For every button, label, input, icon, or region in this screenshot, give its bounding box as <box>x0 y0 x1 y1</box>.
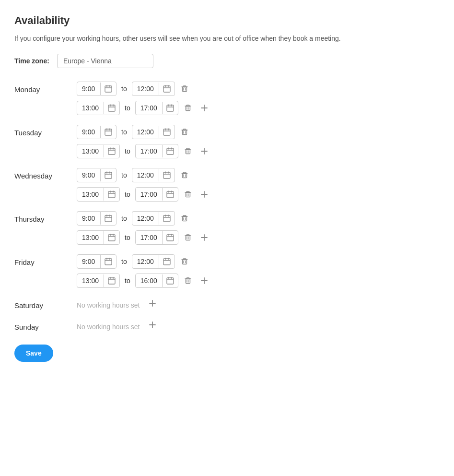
time-to-value: 12:00 <box>132 212 159 225</box>
svg-rect-48 <box>105 172 112 178</box>
time-to-group: 12:00 <box>132 254 175 269</box>
add-time-button[interactable] <box>198 145 211 157</box>
time-from-group: 13:00 <box>77 230 120 245</box>
calendar-to-button[interactable] <box>162 145 178 157</box>
calendar-from-button[interactable] <box>100 212 116 225</box>
svg-rect-0 <box>105 86 112 92</box>
time-from-value: 9:00 <box>77 125 100 139</box>
svg-rect-100 <box>163 259 170 265</box>
time-from-value: 9:00 <box>77 212 100 225</box>
calendar-to-button[interactable] <box>162 274 178 287</box>
time-to-value: 17:00 <box>136 231 162 244</box>
time-from-group: 13:00 <box>77 187 120 202</box>
add-hours-button[interactable] <box>146 298 159 309</box>
page-title: Availability <box>14 14 440 27</box>
time-to-value: 17:00 <box>136 101 162 115</box>
time-to-group: 12:00 <box>132 125 175 139</box>
delete-time-button[interactable] <box>181 102 195 114</box>
time-row: 13:00 to17:00 <box>77 187 211 202</box>
page-subtitle: If you configure your working hours, oth… <box>14 35 440 42</box>
svg-rect-107 <box>108 278 115 284</box>
add-time-button[interactable] <box>198 102 211 114</box>
svg-rect-32 <box>182 131 186 135</box>
delete-time-button[interactable] <box>181 232 195 243</box>
to-label: to <box>123 147 132 155</box>
svg-rect-104 <box>182 260 186 264</box>
day-section-wednesday: Wednesday9:00 to12:00 13:00 to17:00 <box>14 168 440 202</box>
calendar-from-button[interactable] <box>100 126 116 138</box>
add-time-button[interactable] <box>198 275 211 286</box>
save-button[interactable]: Save <box>14 345 53 362</box>
add-time-button[interactable] <box>198 189 211 200</box>
delete-time-button[interactable] <box>178 83 191 95</box>
day-section-saturday: SaturdayNo working hours set <box>14 298 440 309</box>
calendar-from-button[interactable] <box>100 169 116 181</box>
calendar-to-button[interactable] <box>162 102 178 114</box>
time-from-group: 9:00 <box>77 254 116 269</box>
timezone-input[interactable] <box>57 54 153 68</box>
time-from-group: 9:00 <box>77 125 116 139</box>
calendar-to-button[interactable] <box>159 255 175 268</box>
svg-rect-19 <box>186 107 190 111</box>
time-to-value: 17:00 <box>136 188 162 201</box>
delete-time-button[interactable] <box>181 189 195 200</box>
to-label: to <box>119 214 129 222</box>
svg-rect-8 <box>182 87 186 92</box>
add-time-button[interactable] <box>198 232 211 243</box>
time-row: 9:00 to12:00 <box>77 125 211 139</box>
time-from-value: 9:00 <box>77 255 100 268</box>
time-to-group: 17:00 <box>135 101 178 115</box>
delete-time-button[interactable] <box>181 275 195 286</box>
no-hours-text: No working hours set <box>77 319 140 331</box>
calendar-from-button[interactable] <box>100 255 116 268</box>
svg-rect-87 <box>167 235 174 241</box>
svg-rect-91 <box>186 236 190 240</box>
time-row: 9:00 to12:00 <box>77 82 211 96</box>
calendar-to-button[interactable] <box>159 169 175 181</box>
calendar-from-button[interactable] <box>104 231 119 244</box>
calendar-from-button[interactable] <box>100 83 116 95</box>
svg-rect-39 <box>167 148 174 155</box>
time-from-group: 13:00 <box>77 274 120 288</box>
day-section-tuesday: Tuesday9:00 to12:00 13:00 to17:00 <box>14 125 440 158</box>
time-from-value: 13:00 <box>77 188 104 201</box>
delete-time-button[interactable] <box>181 145 195 157</box>
calendar-from-button[interactable] <box>104 102 119 114</box>
time-to-value: 16:00 <box>136 274 162 287</box>
timezone-row: Time zone: <box>14 54 440 68</box>
day-label-sunday: Sunday <box>14 319 77 331</box>
calendar-to-button[interactable] <box>159 212 175 225</box>
time-from-value: 9:00 <box>77 168 100 182</box>
day-label-tuesday: Tuesday <box>14 125 77 137</box>
delete-time-button[interactable] <box>178 126 191 138</box>
add-hours-button[interactable] <box>146 319 159 331</box>
day-label-monday: Monday <box>14 82 77 94</box>
time-to-group: 17:00 <box>135 187 178 202</box>
svg-rect-56 <box>182 174 186 178</box>
to-label: to <box>123 190 132 198</box>
calendar-from-button[interactable] <box>104 145 119 157</box>
to-label: to <box>123 234 132 241</box>
svg-rect-11 <box>108 105 115 111</box>
calendar-to-button[interactable] <box>159 83 175 95</box>
time-row: 9:00 to12:00 <box>77 168 211 182</box>
delete-time-button[interactable] <box>178 213 191 224</box>
delete-time-button[interactable] <box>178 169 191 181</box>
no-hours-row: No working hours set <box>77 298 159 309</box>
calendar-from-button[interactable] <box>104 274 119 287</box>
day-label-thursday: Thursday <box>14 211 77 223</box>
calendar-to-button[interactable] <box>162 188 178 201</box>
calendar-to-button[interactable] <box>159 126 175 138</box>
calendar-to-button[interactable] <box>162 231 178 244</box>
svg-rect-115 <box>186 279 190 284</box>
day-section-monday: Monday9:00 to12:00 13:00 to17:00 <box>14 82 440 115</box>
time-to-group: 12:00 <box>132 211 175 226</box>
svg-rect-35 <box>108 148 115 155</box>
time-from-group: 13:00 <box>77 101 120 115</box>
calendar-from-button[interactable] <box>104 188 119 201</box>
no-hours-row: No working hours set <box>77 319 159 331</box>
to-label: to <box>123 104 132 112</box>
delete-time-button[interactable] <box>178 256 191 267</box>
svg-rect-15 <box>167 105 174 111</box>
svg-rect-96 <box>105 259 112 265</box>
